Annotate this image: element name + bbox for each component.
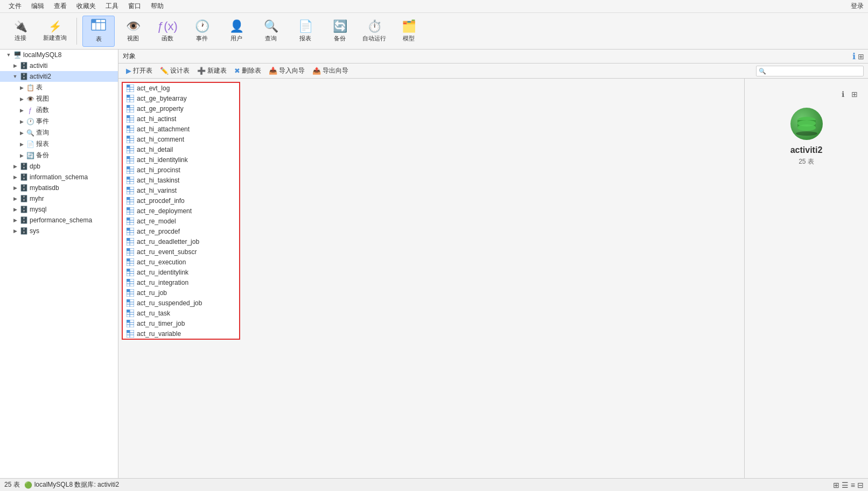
sidebar-item-information-schema[interactable]: ▶ 🗄️ information_schema: [0, 172, 118, 183]
expand-icon[interactable]: ⊞: [850, 89, 859, 99]
view-folder-expand: ▶: [17, 96, 26, 102]
table-row-icon: [126, 329, 135, 338]
design-table-button[interactable]: ✏️ 设计表: [157, 65, 193, 76]
table-list-item[interactable]: act_ge_bytearray: [123, 93, 239, 103]
svg-rect-111: [127, 299, 130, 302]
connect-button[interactable]: 🔌 连接: [4, 16, 37, 47]
status-detail-icon[interactable]: ≡: [851, 481, 855, 489]
user-label: 用户: [230, 34, 242, 43]
table-search-input[interactable]: [756, 66, 864, 76]
sidebar-item-performance-schema[interactable]: ▶ 🗄️ performance_schema: [0, 215, 118, 226]
status-grid-icon[interactable]: ⊞: [833, 481, 839, 489]
table-list-item[interactable]: act_hi_taskinst: [123, 175, 239, 185]
sidebar-child-report[interactable]: ▶ 📄 报表: [0, 138, 118, 150]
sidebar-child-table[interactable]: ▶ 📋 表: [0, 82, 118, 93]
func-button[interactable]: ƒ(x) 函数: [151, 16, 184, 47]
sidebar-item-sys[interactable]: ▶ 🗄️ sys: [0, 226, 118, 236]
grid-icon: ⊞: [858, 52, 864, 61]
query-folder-label: 查询: [36, 128, 49, 137]
menu-item[interactable]: 窗口: [124, 1, 145, 12]
newquery-icon: ⚡: [48, 20, 62, 33]
info-db-name: activiti2: [790, 145, 823, 155]
login-button[interactable]: 登录: [851, 2, 864, 11]
sidebar-child-query[interactable]: ▶ 🔍 查询: [0, 127, 118, 138]
svg-rect-86: [127, 248, 130, 251]
table-list-item[interactable]: act_ge_property: [123, 103, 239, 114]
table-list-item[interactable]: act_evt_log: [123, 83, 239, 93]
newquery-button[interactable]: ⚡ 新建查询: [39, 16, 71, 47]
menu-item[interactable]: 收藏夹: [72, 1, 100, 12]
sidebar-item-myhr[interactable]: ▶ 🗄️ myhr: [0, 193, 118, 204]
view-button[interactable]: 👁️ 视图: [117, 16, 149, 47]
query-button[interactable]: 🔍 查询: [255, 16, 287, 47]
sidebar-child-backup[interactable]: ▶ 🔄 备份: [0, 150, 118, 161]
table-list-item[interactable]: act_re_procdef: [123, 226, 239, 236]
table-name: act_ru_suspended_job: [137, 299, 202, 307]
main-content: act_evt_log act_ge_bytearray act_ge_prop…: [118, 79, 868, 478]
info-circle-icon[interactable]: ℹ: [838, 89, 848, 99]
table-name: act_re_procdef: [137, 228, 180, 235]
table-list-item[interactable]: act_ru_timer_job: [123, 318, 239, 328]
sidebar-item-activiti[interactable]: ▶ 🗄️ activiti: [0, 60, 118, 71]
table-list-item[interactable]: act_hi_comment: [123, 134, 239, 144]
sidebar-child-func[interactable]: ▶ ƒ 函数: [0, 104, 118, 116]
table-name: act_ru_integration: [137, 279, 188, 286]
table-list-item[interactable]: act_ru_identitylink: [123, 267, 239, 277]
model-button[interactable]: 🗂️ 模型: [393, 16, 425, 47]
export-button[interactable]: 📤 导出向导: [309, 65, 352, 76]
table-row-icon: [126, 186, 135, 195]
sidebar-child-event[interactable]: ▶ 🕐 事件: [0, 116, 118, 127]
sidebar-item-activiti2[interactable]: ▼ 🗄️ activiti2: [0, 71, 118, 82]
sidebar-item-mybatisdb[interactable]: ▶ 🗄️ mybatisdb: [0, 183, 118, 193]
status-list-icon[interactable]: ☰: [842, 481, 849, 489]
table-button[interactable]: 表: [82, 16, 115, 47]
table-list-item[interactable]: act_ru_execution: [123, 257, 239, 267]
table-list-item[interactable]: act_ru_job: [123, 287, 239, 298]
design-label: 设计表: [170, 66, 190, 75]
table-list-item[interactable]: act_hi_varinst: [123, 185, 239, 195]
table-list-item[interactable]: act_procdef_info: [123, 195, 239, 206]
table-list-item[interactable]: act_ru_variable: [123, 328, 239, 339]
menu-item[interactable]: 工具: [101, 1, 123, 12]
menu-bar: 文件编辑查看收藏夹工具窗口帮助 登录: [0, 0, 868, 13]
table-row-icon: [126, 94, 135, 103]
table-list-item[interactable]: act_ru_task: [123, 308, 239, 318]
mysql-label: mysql: [30, 206, 46, 213]
sidebar-root[interactable]: ▼ 🖥️ localMySQL8: [0, 50, 118, 60]
user-button[interactable]: 👤 用户: [220, 16, 253, 47]
svg-rect-6: [127, 85, 130, 87]
table-list-item[interactable]: act_ru_integration: [123, 277, 239, 287]
table-list-item[interactable]: act_ru_event_subscr: [123, 247, 239, 257]
func-folder-label: 函数: [36, 106, 49, 115]
new-table-button[interactable]: ➕ 新建表: [194, 65, 230, 76]
table-list-item[interactable]: act_hi_actinst: [123, 114, 239, 124]
table-list-item[interactable]: act_hi_identitylink: [123, 155, 239, 165]
activiti2-expand-icon: ▼: [11, 74, 19, 79]
table-list-item[interactable]: act_hi_procinst: [123, 165, 239, 175]
report-button[interactable]: 📄 报表: [289, 16, 321, 47]
import-button[interactable]: 📥 导入向导: [265, 65, 308, 76]
open-table-button[interactable]: ▶ 打开表: [123, 65, 156, 76]
myhr-icon: 🗄️: [19, 194, 28, 203]
backup-button[interactable]: 🔄 备份: [324, 16, 356, 47]
table-list-item[interactable]: act_ru_deadletter_job: [123, 236, 239, 247]
menu-item[interactable]: 文件: [4, 1, 26, 12]
sidebar-child-view[interactable]: ▶ 👁️ 视图: [0, 93, 118, 104]
delete-table-button[interactable]: ✖ 删除表: [231, 65, 264, 76]
sidebar-item-dpb[interactable]: ▶ 🗄️ dpb: [0, 161, 118, 172]
sidebar-item-mysql[interactable]: ▶ 🗄️ mysql: [0, 204, 118, 215]
info-button[interactable]: ℹ ⊞: [853, 52, 864, 61]
autorun-button[interactable]: ⏱️ 自动运行: [358, 16, 390, 47]
event-button[interactable]: 🕐 事件: [186, 16, 218, 47]
table-list-item[interactable]: act_hi_detail: [123, 144, 239, 155]
table-list-item[interactable]: act_hi_attachment: [123, 124, 239, 134]
mybatis-expand: ▶: [11, 185, 19, 191]
table-list-item[interactable]: act_re_model: [123, 216, 239, 226]
menu-item[interactable]: 查看: [50, 1, 71, 12]
table-list-item[interactable]: act_re_deployment: [123, 206, 239, 216]
status-panel-icon[interactable]: ⊟: [857, 481, 864, 489]
menu-item[interactable]: 帮助: [146, 1, 168, 12]
svg-rect-31: [127, 136, 130, 138]
menu-item[interactable]: 编辑: [27, 1, 48, 12]
table-list-item[interactable]: act_ru_suspended_job: [123, 298, 239, 308]
